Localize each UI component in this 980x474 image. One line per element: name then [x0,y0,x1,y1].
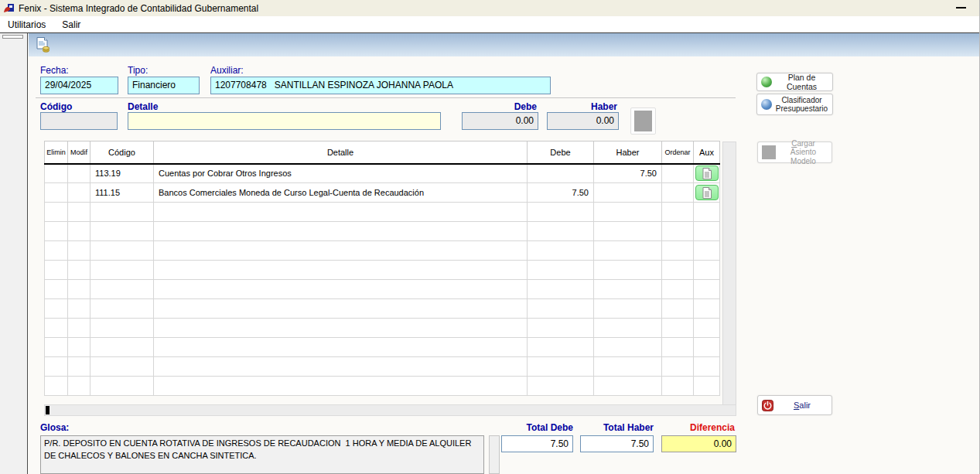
plan-de-cuentas-label: Plan de Cuentas [775,73,828,91]
green-sphere-icon [761,77,772,87]
entry-row[interactable]: 111.15Bancos Comerciales Moneda de Curso… [45,183,720,203]
window-titlebar: Fenix - Sistema Integrado de Contabilida… [0,0,980,16]
cell-ordenar [662,222,694,241]
cell-haber: 7.50 [594,164,662,183]
cell-haber [594,338,662,357]
col-header-elimin: Elimin [45,142,68,164]
horizontal-scrollbar-thumb[interactable] [46,406,50,414]
cell-ordenar [662,280,694,299]
cell-codigo [90,377,154,396]
menu-item-salir[interactable]: Salir [60,18,82,32]
cell-elimin [45,357,68,377]
cell-detalle [154,241,528,261]
cell-haber [594,280,662,299]
cell-modif [68,222,90,241]
col-header-codigo: Código [90,142,154,164]
fecha-input[interactable]: 29/04/2025 [40,77,118,94]
cell-elimin [45,203,68,222]
splitter-handle[interactable] [2,35,23,39]
cell-elimin [45,222,68,241]
aux-button[interactable] [695,185,719,200]
cell-debe: 7.50 [528,183,594,203]
cell-ordenar [662,338,694,357]
aux-button[interactable] [695,165,719,181]
grid-body: 113.19Cuentas por Cobrar Otros Ingresos7… [45,164,720,396]
cell-aux [694,299,720,319]
cell-aux [694,203,720,222]
col-header-modif: Modif [68,142,90,164]
horizontal-scrollbar[interactable] [44,404,736,416]
clasificador-presupuestario-button[interactable]: Clasificador Presupuestario [756,94,833,115]
col-header-haber: Haber [594,142,662,164]
cell-detalle [154,203,528,222]
cell-elimin [45,280,68,299]
cell-aux [694,261,720,280]
col-header-ordenar: Ordenar [662,142,694,164]
total-haber-field: 7.50 [580,435,654,452]
total-haber-label: Total Haber [566,422,654,433]
gray-square-icon [634,111,652,131]
auxiliar-input[interactable]: 1207708478 SANTILLAN ESPINOZA JOHANNA PA… [210,77,551,94]
salir-button[interactable]: Salir [757,395,832,415]
lookup-button[interactable] [630,107,656,135]
cell-debe [528,241,594,261]
diferencia-field: 0.00 [661,435,736,452]
fecha-label: Fecha: [40,65,69,76]
tipo-input[interactable]: Financiero [128,77,200,94]
cell-modif [68,319,90,338]
cell-modif [68,299,90,319]
codigo-input[interactable] [40,112,118,130]
auxiliar-label: Auxiliar: [210,65,244,76]
cell-aux [694,338,720,357]
glosa-label: Glosa: [40,422,69,433]
cell-modif [68,241,90,261]
minimize-button[interactable] [956,7,966,9]
haber-input[interactable]: 0.00 [547,112,619,130]
glosa-textarea[interactable]: P/R. DEPOSITO EN CUENTA ROTATIVA DE INGR… [40,435,484,474]
diferencia-label: Diferencia [661,422,735,433]
document-note-icon [702,187,712,199]
debe-input[interactable]: 0.00 [462,112,538,130]
cell-aux [694,164,720,183]
cell-elimin [45,319,68,338]
col-header-debe: Debe [528,142,594,164]
cell-aux [694,222,720,241]
cell-elimin [45,261,68,280]
entry-row[interactable]: 113.19Cuentas por Cobrar Otros Ingresos7… [45,164,720,183]
cell-debe [528,222,594,241]
empty-row [45,203,720,222]
tipo-label: Tipo: [128,65,148,76]
cell-debe [528,280,594,299]
vertical-scrollbar[interactable] [722,142,736,405]
salir-label: Salir [777,401,828,411]
cell-elimin [45,241,68,261]
new-entry-button[interactable] [35,36,52,53]
codigo-label: Código [40,101,72,112]
app-icon [3,2,15,14]
cell-haber [594,299,662,319]
cell-detalle [154,338,528,357]
empty-row [45,280,720,299]
cargar-asiento-modelo-button[interactable]: Cargar Asiento Modelo [757,142,832,163]
menu-item-utilitarios[interactable]: Utilitarios [6,18,47,32]
cell-codigo [90,280,154,299]
cell-modif [68,261,90,280]
empty-row [45,338,720,357]
cell-ordenar [662,261,694,280]
cell-modif [68,357,90,377]
empty-row [45,357,720,377]
entries-table: Elimin Modif Código Detalle Debe Haber O… [44,141,720,396]
application-window: Fenix - Sistema Integrado de Contabilida… [0,0,980,474]
cell-debe [528,338,594,357]
journal-document-icon [36,37,50,53]
cell-codigo [90,203,154,222]
cell-codigo: 113.19 [90,164,154,183]
glosa-side-strip [489,435,500,474]
cell-ordenar [662,319,694,338]
empty-row [45,241,720,261]
document-note-icon [702,168,712,179]
plan-de-cuentas-button[interactable]: Plan de Cuentas [756,73,833,91]
detalle-input[interactable] [128,112,441,130]
cell-aux [694,280,720,299]
cell-detalle [154,222,528,241]
